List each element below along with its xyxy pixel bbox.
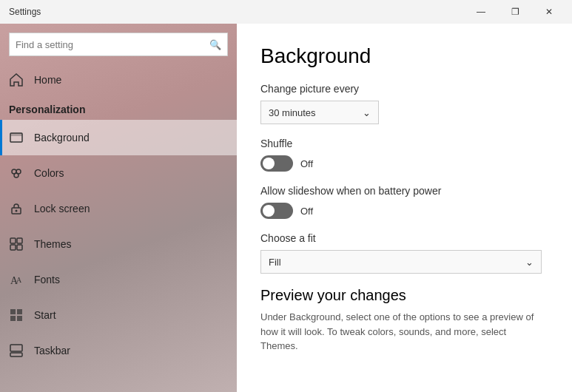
sidebar-item-home[interactable]: Home <box>0 62 237 98</box>
fonts-icon: A A <box>9 272 24 287</box>
restore-button[interactable]: ❐ <box>498 0 532 24</box>
svg-rect-15 <box>10 316 16 321</box>
sidebar-item-lock-screen[interactable]: Lock screen <box>0 191 237 226</box>
slideshow-label: Allow slideshow when on battery power <box>260 185 548 197</box>
slideshow-toggle-knob <box>263 205 275 217</box>
sidebar: 🔍 Home Personalization Background <box>0 24 237 392</box>
svg-rect-10 <box>17 245 22 250</box>
sidebar-lock-screen-label: Lock screen <box>34 203 90 214</box>
svg-rect-13 <box>10 309 16 314</box>
preview-text: Under Background, select one of the opti… <box>260 310 542 354</box>
chevron-down-fit-icon: ⌄ <box>525 257 534 268</box>
content-area: Background Change picture every 30 minut… <box>237 24 572 392</box>
sidebar-fonts-label: Fonts <box>34 274 60 285</box>
preview-title: Preview your changes <box>260 287 548 304</box>
close-button[interactable]: ✕ <box>532 0 566 24</box>
chevron-down-icon: ⌄ <box>363 107 371 118</box>
home-icon <box>9 72 24 87</box>
shuffle-toggle[interactable] <box>260 155 293 172</box>
shuffle-setting: Shuffle Off <box>260 138 548 172</box>
slideshow-setting: Allow slideshow when on battery power Of… <box>260 185 548 219</box>
home-label: Home <box>34 74 61 86</box>
svg-text:A: A <box>16 276 22 284</box>
search-input[interactable] <box>16 39 205 50</box>
change-picture-dropdown[interactable]: 30 minutes ⌄ <box>260 101 379 124</box>
sidebar-item-background[interactable]: Background <box>0 120 237 155</box>
taskbar-icon <box>9 343 24 358</box>
svg-rect-14 <box>17 309 22 314</box>
personalization-label: Personalization <box>0 98 237 120</box>
sidebar-item-fonts[interactable]: A A Fonts <box>0 262 237 297</box>
sidebar-item-start[interactable]: Start <box>0 297 237 333</box>
choose-fit-label: Choose a fit <box>260 232 548 244</box>
slideshow-state-label: Off <box>300 206 313 217</box>
sidebar-taskbar-label: Taskbar <box>34 345 70 356</box>
lock-screen-icon <box>9 201 24 216</box>
themes-icon <box>9 237 24 251</box>
shuffle-state-label: Off <box>300 158 313 169</box>
sidebar-item-taskbar[interactable]: Taskbar <box>0 333 237 368</box>
svg-point-6 <box>16 210 18 212</box>
svg-rect-1 <box>10 133 22 136</box>
choose-fit-setting: Choose a fit Fill ⌄ <box>260 232 548 274</box>
sidebar-item-colors[interactable]: Colors <box>0 155 237 191</box>
svg-rect-18 <box>10 345 22 351</box>
sidebar-start-label: Start <box>34 309 56 321</box>
background-icon <box>9 130 24 145</box>
sidebar-item-themes[interactable]: Themes <box>0 226 237 262</box>
title-bar: Settings — ❐ ✕ <box>0 0 572 24</box>
colors-icon <box>9 166 24 180</box>
choose-fit-value: Fill <box>269 257 281 268</box>
page-title: Background <box>260 44 548 68</box>
svg-rect-16 <box>17 316 22 321</box>
svg-rect-17 <box>10 353 22 356</box>
svg-point-4 <box>14 173 18 178</box>
search-box[interactable]: 🔍 <box>9 33 228 56</box>
change-picture-value: 30 minutes <box>269 107 316 118</box>
sidebar-themes-label: Themes <box>34 238 72 250</box>
choose-fit-dropdown[interactable]: Fill ⌄ <box>260 250 542 274</box>
window-title: Settings <box>9 7 41 17</box>
svg-rect-9 <box>10 245 16 250</box>
start-icon <box>9 308 24 322</box>
minimize-button[interactable]: — <box>464 0 498 24</box>
svg-rect-7 <box>10 238 16 243</box>
svg-rect-8 <box>17 238 22 243</box>
sidebar-background-label: Background <box>34 132 90 143</box>
slideshow-toggle[interactable] <box>260 203 293 219</box>
shuffle-label: Shuffle <box>260 138 548 149</box>
toggle-knob <box>263 158 275 169</box>
app-body: 🔍 Home Personalization Background <box>0 24 572 392</box>
search-icon: 🔍 <box>209 39 221 50</box>
change-picture-setting: Change picture every 30 minutes ⌄ <box>260 83 548 124</box>
window-controls: — ❐ ✕ <box>464 0 566 24</box>
sidebar-colors-label: Colors <box>34 167 64 179</box>
change-picture-label: Change picture every <box>260 83 548 95</box>
shuffle-toggle-row: Off <box>260 155 548 172</box>
search-area: 🔍 <box>0 24 237 62</box>
slideshow-toggle-row: Off <box>260 203 548 219</box>
preview-section: Preview your changes Under Background, s… <box>260 287 548 354</box>
